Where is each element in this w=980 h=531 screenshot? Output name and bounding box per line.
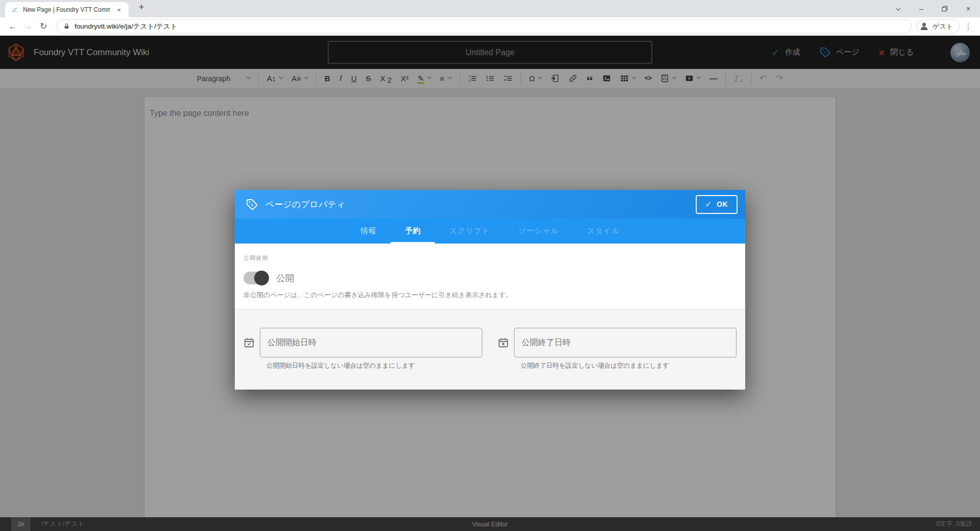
publish-toggle[interactable] xyxy=(243,272,268,284)
window-restore-button[interactable] xyxy=(933,0,957,17)
forward-button[interactable]: → xyxy=(20,19,36,34)
modal-title: ページのプロパティ xyxy=(265,199,345,210)
url-text: foundryvtt.wiki/e/ja/テスト/テスト xyxy=(75,22,177,31)
window-close-button[interactable]: × xyxy=(957,0,980,17)
reload-button[interactable]: ↻ xyxy=(36,19,51,34)
tab-scripts[interactable]: スクリプト xyxy=(435,219,504,244)
calendar-check-icon xyxy=(243,337,255,348)
guest-avatar-icon xyxy=(919,21,929,32)
publish-toggle-label: 公開 xyxy=(276,272,295,284)
toggle-knob xyxy=(254,271,269,285)
address-omnibox[interactable]: foundryvtt.wiki/e/ja/テスト/テスト xyxy=(56,19,912,34)
calendar-x-icon xyxy=(498,337,509,348)
publish-end-input[interactable] xyxy=(514,328,737,357)
back-button[interactable]: ← xyxy=(5,19,20,34)
new-tab-button[interactable]: + xyxy=(135,1,148,14)
window-controls: – × xyxy=(886,0,980,17)
tab-schedule[interactable]: 予約 xyxy=(390,219,435,244)
browser-menu-icon[interactable]: ⋮ xyxy=(962,22,975,31)
tab-title: New Page | Foundry VTT Commu xyxy=(23,6,110,13)
browser-tab-strip: New Page | Foundry VTT Commu × + – × xyxy=(0,0,980,17)
browser-tab[interactable]: New Page | Foundry VTT Commu × xyxy=(5,2,129,17)
tab-styles[interactable]: スタイル xyxy=(573,219,633,244)
tab-info[interactable]: 情報 xyxy=(346,219,390,244)
publish-state-label: 公開状態 xyxy=(243,254,737,262)
ok-button[interactable]: ✓ OK xyxy=(696,195,738,214)
tab-close-icon[interactable]: × xyxy=(114,5,124,14)
modal-body: 公開状態 公開 非公開のページは、このページの書き込み権限を持つユーザーに引き続… xyxy=(235,244,745,390)
tag-icon xyxy=(246,199,258,210)
check-icon: ✓ xyxy=(705,200,712,209)
browser-profile-chip[interactable]: ゲスト xyxy=(917,19,960,34)
publish-state-section: 公開状態 公開 非公開のページは、このページの書き込み権限を持つユーザーに引き続… xyxy=(235,244,745,309)
publish-start-group: 公開開始日時を設定しない場合は空のままにします xyxy=(243,328,482,370)
profile-name: ゲスト xyxy=(933,22,953,31)
window-minimize-button[interactable]: – xyxy=(910,0,933,17)
tab-social[interactable]: ソーシャル xyxy=(504,219,573,244)
schedule-section: 公開開始日時を設定しない場合は空のままにします 公開終了日時を設定しない場合は空… xyxy=(235,309,745,390)
site-favicon xyxy=(10,6,19,14)
modal-tab-bar: 情報 予約 スクリプト ソーシャル スタイル xyxy=(235,219,745,244)
modal-header: ページのプロパティ ✓ OK xyxy=(235,190,745,219)
browser-url-bar: ← → ↻ foundryvtt.wiki/e/ja/テスト/テスト ゲスト ⋮ xyxy=(0,17,980,36)
ok-button-label: OK xyxy=(717,200,728,208)
lock-icon xyxy=(63,23,70,30)
publish-end-help: 公開終了日時を設定しない場合は空のままにします xyxy=(521,361,737,370)
publish-help-text: 非公開のページは、このページの書き込み権限を持つユーザーに引き続き表示されます。 xyxy=(243,291,737,300)
window-menu-chevron-icon[interactable] xyxy=(886,0,910,17)
publish-end-group: 公開終了日時を設定しない場合は空のままにします xyxy=(498,328,737,370)
publish-start-input[interactable] xyxy=(260,328,482,357)
publish-start-help: 公開開始日時を設定しない場合は空のままにします xyxy=(266,361,482,370)
page-properties-modal: ページのプロパティ ✓ OK 情報 予約 スクリプト ソーシャル スタイル 公開… xyxy=(235,190,745,390)
wiki-app: Foundry VTT Community Wiki ✓ 作成 ページ × 閉じ… xyxy=(0,36,980,531)
